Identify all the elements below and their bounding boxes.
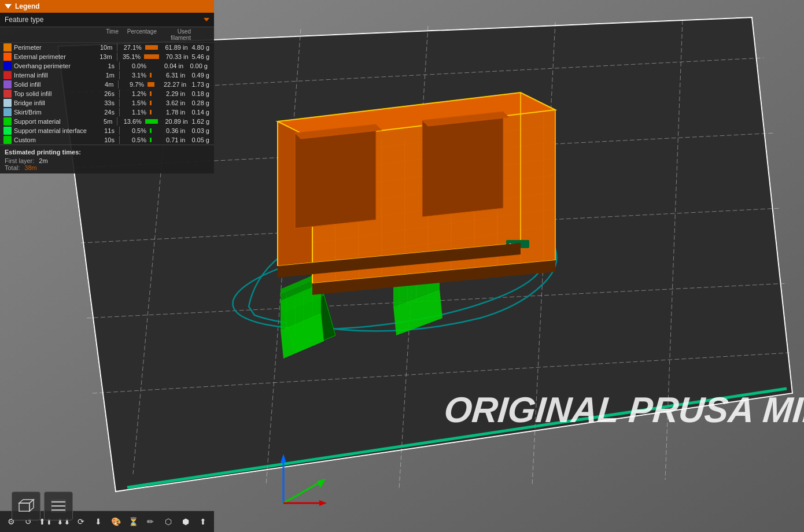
row-bar-0 (145, 45, 158, 50)
row-name-4: Solid infill (14, 81, 95, 88)
row-time-10: 10s (97, 136, 115, 143)
legend-title: Legend (15, 2, 40, 10)
legend-panel: Legend Feature type Time Percentage Used… (0, 0, 214, 173)
row-bar-3 (150, 73, 152, 77)
row-filwt-3: 0.49 g (187, 72, 209, 79)
row-divider-3 (119, 71, 120, 79)
svg-marker-61 (422, 112, 503, 217)
row-bar-9 (150, 128, 152, 133)
legend-row[interactable]: Custom 10s 0.5% 0.71 in 0.05 g (0, 135, 214, 145)
toolbar-cube-button[interactable]: ⬢ (178, 513, 193, 530)
row-pct-8: 13.6% (122, 118, 141, 125)
row-pct-5: 1.2% (124, 90, 146, 97)
legend-row[interactable]: Skirt/Brim 24s 1.1% 1.78 in 0.14 g (0, 108, 214, 117)
row-fillen-6: 3.62 in (155, 99, 185, 106)
row-time-9: 11s (97, 127, 115, 134)
row-time-4: 4m (97, 81, 113, 88)
row-pct-0: 27.1% (122, 44, 141, 51)
legend-row[interactable]: Top solid infill 26s 1.2% 2.29 in 0.18 g (0, 89, 214, 98)
collapse-icon[interactable] (5, 4, 12, 9)
legend-row[interactable]: Perimeter 10m 27.1% 61.89 in 4.80 g (0, 43, 214, 52)
row-bar-7 (150, 110, 152, 114)
row-name-9: Support material interface (14, 127, 95, 134)
first-layer-value: 2m (39, 157, 47, 164)
row-time-7: 24s (97, 109, 115, 116)
svg-marker-75 (29, 500, 34, 511)
row-divider-5 (119, 90, 120, 98)
perspective-view-button[interactable] (12, 492, 40, 520)
row-fillen-0: 61.89 in (161, 44, 188, 51)
legend-row[interactable]: External perimeter 13m 35.1% 70.33 in 5.… (0, 52, 214, 61)
legend-row[interactable]: Support material 5m 13.6% 20.89 in 1.62 … (0, 117, 214, 126)
row-time-8: 5m (97, 118, 112, 125)
row-fillen-1: 70.33 in (163, 53, 188, 60)
toolbar-download-button[interactable]: ⬇ (91, 513, 106, 530)
row-pct-6: 1.5% (124, 99, 146, 106)
col-time-header: Time (98, 28, 119, 41)
toolbar-split-button[interactable]: ⬡ (161, 513, 176, 530)
row-time-5: 26s (97, 90, 115, 97)
row-name-6: Bridge infill (14, 99, 95, 106)
row-filwt-5: 0.18 g (187, 90, 209, 97)
row-bar-5 (150, 91, 152, 96)
color-swatch-1 (3, 53, 12, 61)
row-time-3: 1m (97, 72, 115, 79)
row-name-0: Perimeter (14, 44, 95, 51)
legend-header: Legend (0, 0, 214, 13)
row-divider-2 (119, 62, 120, 70)
legend-row[interactable]: Support material interface 11s 0.5% 0.36… (0, 126, 214, 135)
row-fillen-3: 6.31 in (155, 72, 185, 79)
legend-col-headers: Time Percentage Used filament (0, 27, 214, 43)
color-swatch-5 (3, 90, 12, 98)
row-name-3: Internal infill (14, 72, 95, 79)
row-fillen-9: 0.36 in (155, 127, 185, 134)
row-filwt-10: 0.05 g (187, 136, 209, 143)
row-divider-10 (119, 136, 120, 144)
row-time-2: 1s (97, 62, 115, 69)
estimated-times-label: Estimated printing times: (5, 149, 209, 156)
layer-view-button[interactable] (44, 492, 73, 520)
row-filwt-9: 0.03 g (187, 127, 209, 134)
row-pct-4: 9.7% (123, 81, 144, 88)
color-swatch-2 (3, 62, 12, 70)
printer-name-text: ORIGINAL PRUSA MINI (442, 390, 804, 430)
row-divider-7 (119, 108, 120, 116)
toolbar-export-button[interactable]: ⬆ (196, 513, 211, 530)
row-name-7: Skirt/Brim (14, 109, 95, 116)
row-filwt-4: 1.73 g (189, 81, 209, 88)
toolbar-time-button[interactable]: ⏳ (126, 513, 141, 530)
toolbar-refresh-button[interactable]: ⟳ (73, 513, 88, 530)
row-name-5: Top solid infill (14, 90, 95, 97)
row-fillen-4: 22.27 in (158, 81, 186, 88)
color-swatch-7 (3, 108, 12, 116)
row-fillen-5: 2.29 in (155, 90, 185, 97)
color-swatch-6 (3, 99, 12, 107)
row-filwt-0: 4.80 g (190, 44, 209, 51)
row-divider-1 (117, 53, 117, 61)
row-bar-8 (145, 119, 158, 124)
legend-row[interactable]: Internal infill 1m 3.1% 6.31 in 0.49 g (0, 71, 214, 80)
first-layer-label: First layer: (5, 157, 34, 164)
row-divider-6 (119, 99, 120, 107)
col-pct-header: Percentage (122, 28, 157, 41)
feature-type-selector[interactable]: Feature type (0, 13, 214, 27)
row-divider-8 (117, 117, 117, 125)
svg-marker-59 (295, 124, 376, 228)
dropdown-arrow-icon[interactable] (204, 18, 209, 21)
row-filwt-1: 5.46 g (191, 53, 209, 60)
legend-rows: Perimeter 10m 27.1% 61.89 in 4.80 g Exte… (0, 43, 214, 145)
legend-row[interactable]: Overhang perimeter 1s 0.0% 0.04 in 0.00 … (0, 61, 214, 71)
color-swatch-8 (3, 117, 12, 125)
row-filwt-2: 0.00 g (186, 62, 208, 69)
row-pct-2: 0.0% (124, 62, 146, 69)
toolbar-colors-button[interactable]: 🎨 (108, 513, 123, 530)
legend-row[interactable]: Solid infill 4m 9.7% 22.27 in 1.73 g (0, 80, 214, 89)
row-fillen-7: 1.78 in (155, 109, 185, 116)
row-bar-6 (150, 101, 152, 105)
color-swatch-9 (3, 127, 12, 135)
row-divider-4 (118, 80, 119, 88)
legend-row[interactable]: Bridge infill 33s 1.5% 3.62 in 0.28 g (0, 98, 214, 108)
row-time-0: 10m (97, 44, 112, 51)
toolbar-edit-button[interactable]: ✏ (143, 513, 158, 530)
total-value: 38m (24, 164, 36, 171)
